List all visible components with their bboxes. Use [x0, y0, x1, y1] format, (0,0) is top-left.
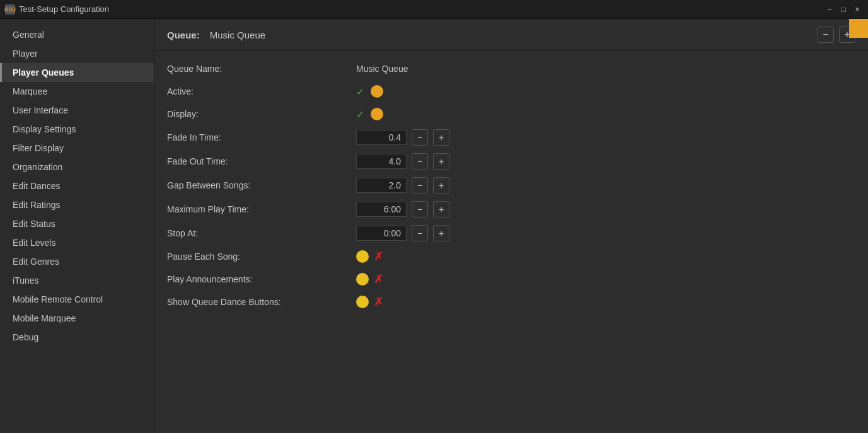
queue-dance-value: ✗ — [356, 295, 383, 309]
gap-number: 2.0 — [356, 178, 407, 193]
window-controls: − □ × — [824, 4, 863, 15]
max-play-row: Maximum Play Time: 6:00 − + — [167, 197, 855, 221]
sidebar-item-user-interface[interactable]: User Interface — [0, 101, 154, 120]
active-toggle[interactable] — [371, 85, 383, 98]
sidebar-item-itunes[interactable]: iTunes — [0, 271, 154, 290]
fade-out-number: 4.0 — [356, 154, 407, 169]
stop-at-label: Stop At: — [167, 228, 356, 238]
queue-header: Queue: Music Queue − + — [154, 19, 868, 51]
queue-name-text: Music Queue — [356, 64, 432, 74]
stop-at-plus-button[interactable]: + — [433, 225, 449, 241]
stop-at-number: 0:00 — [356, 226, 407, 241]
title-bar: BDJ Test-Setup Configuration − □ × — [0, 0, 868, 19]
fade-out-value: 4.0 − + — [356, 153, 449, 170]
sidebar-item-mobile-marquee[interactable]: Mobile Marquee — [0, 309, 154, 328]
queue-name-value: Music Queue — [356, 64, 432, 74]
sidebar-item-edit-dances[interactable]: Edit Dances — [0, 176, 154, 195]
sidebar-item-marquee[interactable]: Marquee — [0, 82, 154, 101]
fade-in-number: 0.4 — [356, 130, 407, 145]
fade-out-minus-button[interactable]: − — [412, 153, 428, 170]
queue-dance-x-icon[interactable]: ✗ — [374, 295, 383, 309]
queue-dance-row: Show Queue Dance Buttons: ✗ — [167, 291, 855, 313]
stop-at-value: 0:00 − + — [356, 225, 449, 241]
gap-minus-button[interactable]: − — [412, 177, 428, 193]
sidebar-item-organization[interactable]: Organization — [0, 158, 154, 176]
sidebar-item-edit-genres[interactable]: Edit Genres — [0, 252, 154, 271]
pause-song-label: Pause Each Song: — [167, 251, 356, 262]
fade-in-label: Fade In Time: — [167, 132, 356, 142]
minimize-button[interactable]: − — [824, 4, 835, 15]
max-play-plus-button[interactable]: + — [433, 201, 449, 217]
queue-dance-toggle[interactable] — [356, 296, 369, 308]
play-announce-label: Play Announcements: — [167, 274, 356, 284]
display-toggle[interactable] — [371, 108, 383, 120]
gap-value: 2.0 − + — [356, 177, 449, 193]
fade-in-minus-button[interactable]: − — [412, 129, 428, 146]
active-label: Active: — [167, 86, 356, 96]
active-check-icon[interactable]: ✓ — [356, 86, 364, 98]
display-check-icon[interactable]: ✓ — [356, 108, 364, 120]
play-announce-toggle[interactable] — [356, 273, 369, 286]
play-announce-row: Play Announcements: ✗ — [167, 268, 855, 291]
fade-out-label: Fade Out Time: — [167, 156, 356, 166]
fade-in-plus-button[interactable]: + — [433, 129, 449, 146]
play-announce-value: ✗ — [356, 272, 383, 286]
max-play-number: 6:00 — [356, 202, 407, 217]
active-row: Active: ✓ — [167, 80, 855, 103]
max-play-label: Maximum Play Time: — [167, 204, 356, 214]
display-value: ✓ — [356, 108, 383, 120]
sidebar-item-edit-levels[interactable]: Edit Levels — [0, 233, 154, 252]
form-section: Queue Name: Music Queue Active: ✓ Displa… — [154, 51, 868, 320]
gap-label: Gap Between Songs: — [167, 180, 356, 190]
sidebar-item-mobile-remote[interactable]: Mobile Remote Control — [0, 290, 154, 309]
fade-in-value: 0.4 − + — [356, 129, 449, 146]
close-button[interactable]: × — [852, 4, 863, 15]
sidebar-item-player-queues[interactable]: Player Queues — [0, 63, 154, 82]
sidebar-item-debug[interactable]: Debug — [0, 328, 154, 347]
pause-song-row: Pause Each Song: ✗ — [167, 245, 855, 268]
queue-label: Queue: — [167, 30, 200, 40]
display-label: Display: — [167, 109, 356, 119]
pause-song-value: ✗ — [356, 250, 383, 263]
orange-indicator[interactable] — [849, 19, 868, 38]
active-value: ✓ — [356, 85, 383, 98]
display-row: Display: ✓ — [167, 103, 855, 125]
window-title: Test-Setup Configuration — [19, 4, 109, 14]
fade-out-row: Fade Out Time: 4.0 − + — [167, 149, 855, 173]
sidebar: General Player Player Queues Marquee Use… — [0, 19, 154, 433]
queue-dance-label: Show Queue Dance Buttons: — [167, 297, 356, 307]
app-icon: BDJ — [5, 4, 15, 14]
stop-at-minus-button[interactable]: − — [412, 225, 428, 241]
pause-song-toggle[interactable] — [356, 250, 369, 263]
queue-minus-button[interactable]: − — [818, 26, 834, 43]
max-play-minus-button[interactable]: − — [412, 201, 428, 217]
max-play-value: 6:00 − + — [356, 201, 449, 217]
sidebar-item-edit-ratings[interactable]: Edit Ratings — [0, 195, 154, 214]
sidebar-item-player[interactable]: Player — [0, 44, 154, 63]
sidebar-item-general[interactable]: General — [0, 25, 154, 44]
sidebar-item-edit-status[interactable]: Edit Status — [0, 214, 154, 233]
pause-song-x-icon[interactable]: ✗ — [374, 250, 383, 263]
queue-name-row: Queue Name: Music Queue — [167, 57, 855, 80]
queue-name-label: Queue Name: — [167, 64, 356, 74]
gap-row: Gap Between Songs: 2.0 − + — [167, 173, 855, 197]
main-content: Queue: Music Queue − + Queue Name: Music… — [154, 19, 868, 433]
fade-out-plus-button[interactable]: + — [433, 153, 449, 170]
gap-plus-button[interactable]: + — [433, 177, 449, 193]
play-announce-x-icon[interactable]: ✗ — [374, 272, 383, 286]
queue-name-display: Music Queue — [210, 30, 807, 40]
sidebar-item-filter-display[interactable]: Filter Display — [0, 139, 154, 158]
sidebar-item-display-settings[interactable]: Display Settings — [0, 120, 154, 139]
maximize-button[interactable]: □ — [838, 4, 849, 15]
stop-at-row: Stop At: 0:00 − + — [167, 221, 855, 245]
fade-in-row: Fade In Time: 0.4 − + — [167, 125, 855, 149]
